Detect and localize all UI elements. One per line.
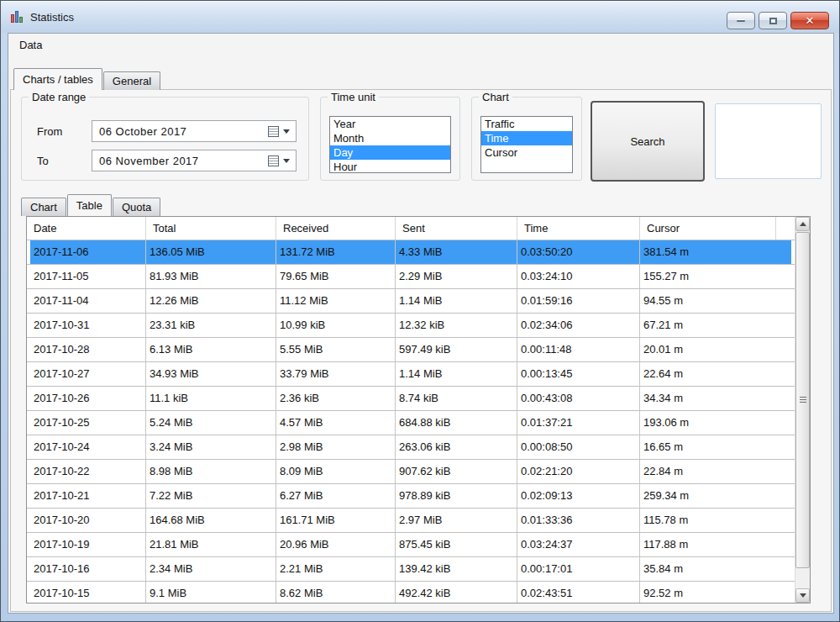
gripper-icon <box>800 397 806 403</box>
cell-time: 0.00:13:45 <box>517 362 640 386</box>
table-row[interactable]: 2017-10-255.24 MiB4.57 MiB684.88 kiB0.01… <box>27 411 795 435</box>
cell-received: 5.55 MiB <box>276 338 396 361</box>
table-row[interactable]: 2017-11-06136.05 MiB131.72 MiB4.33 MiB0.… <box>27 240 795 265</box>
cell-cursor: 381.54 m <box>640 240 791 264</box>
chevron-down-icon[interactable] <box>283 159 290 163</box>
cell-time: 0.02:09:13 <box>517 484 640 508</box>
table-row[interactable]: 2017-10-1921.81 MiB20.96 MiB875.45 kiB0.… <box>27 533 795 557</box>
table-row[interactable]: 2017-11-0412.26 MiB11.12 MiB1.14 MiB0.01… <box>27 289 795 314</box>
table-row[interactable]: 2017-10-20164.68 MiB161.71 MiB2.97 MiB0.… <box>27 509 795 533</box>
cell-time: 0.03:24:10 <box>517 265 640 288</box>
cell-time: 0.00:17:01 <box>517 557 640 581</box>
cell-sent: 978.89 kiB <box>396 484 517 508</box>
cell-total: 9.1 MiB <box>146 582 276 603</box>
tab-table[interactable]: Table <box>67 194 112 216</box>
chart-option-time[interactable]: Time <box>481 131 572 145</box>
cell-time: 0.01:37:21 <box>517 411 640 435</box>
column-header-received[interactable]: Received <box>276 217 396 240</box>
table-row[interactable]: 2017-10-162.34 MiB2.21 MiB139.42 kiB0.00… <box>27 557 795 582</box>
cell-received: 2.21 MiB <box>276 557 396 581</box>
tab-quota[interactable]: Quota <box>113 198 160 216</box>
time-unit-option-month[interactable]: Month <box>330 131 450 145</box>
cell-date: 2017-10-21 <box>30 484 146 508</box>
cell-date: 2017-11-06 <box>30 240 146 264</box>
cell-cursor: 16.65 m <box>640 435 791 459</box>
table-row[interactable]: 2017-10-159.1 MiB8.62 MiB492.42 kiB0.02:… <box>27 582 795 603</box>
cell-cursor: 115.78 m <box>640 509 791 532</box>
to-label: To <box>37 155 49 167</box>
cell-date: 2017-10-26 <box>30 387 146 410</box>
chart-option-cursor[interactable]: Cursor <box>481 145 572 160</box>
time-unit-legend: Time unit <box>328 91 379 103</box>
cell-sent: 2.97 MiB <box>396 509 517 532</box>
vertical-scrollbar[interactable] <box>795 217 810 603</box>
time-unit-group: Time unit YearMonthDayHour <box>320 97 460 181</box>
menu-item-data[interactable]: Data <box>13 39 48 51</box>
table-row[interactable]: 2017-10-217.22 MiB6.27 MiB978.89 kiB0.02… <box>27 484 795 509</box>
cell-date: 2017-10-16 <box>30 557 146 581</box>
minimize-button[interactable] <box>727 12 755 29</box>
cell-received: 4.57 MiB <box>276 411 396 435</box>
statistics-window: Statistics ✕ Data Charts / tables Genera… <box>0 0 840 622</box>
cell-date: 2017-10-28 <box>30 338 146 361</box>
cell-total: 81.93 MiB <box>146 265 276 288</box>
time-unit-option-day[interactable]: Day <box>330 145 450 160</box>
table-row[interactable]: 2017-10-3123.31 kiB10.99 kiB12.32 kiB0.0… <box>27 314 795 338</box>
maximize-icon <box>769 18 777 24</box>
column-header-sent[interactable]: Sent <box>396 217 517 240</box>
close-button[interactable]: ✕ <box>790 12 829 29</box>
cell-received: 79.65 MiB <box>276 265 396 288</box>
time-unit-listbox: YearMonthDayHour <box>329 116 451 173</box>
arrow-down-icon <box>800 593 806 598</box>
time-unit-option-year[interactable]: Year <box>330 117 450 131</box>
title-bar[interactable]: Statistics ✕ <box>1 1 839 33</box>
table-row[interactable]: 2017-10-2611.1 kiB2.36 kiB8.74 kiB0.00:4… <box>27 387 795 411</box>
calendar-icon <box>268 156 279 166</box>
time-unit-option-hour[interactable]: Hour <box>330 160 450 173</box>
cell-date: 2017-10-19 <box>30 533 146 556</box>
table-row[interactable]: 2017-10-228.98 MiB8.09 MiB907.62 kiB0.02… <box>27 460 795 484</box>
cell-cursor: 155.27 m <box>640 265 791 288</box>
cell-time: 0.01:59:16 <box>517 289 640 313</box>
column-header-date[interactable]: Date <box>27 217 146 240</box>
cell-cursor: 22.64 m <box>640 362 791 386</box>
cell-cursor: 34.34 m <box>640 387 791 410</box>
cell-time: 0.00:08:50 <box>517 435 640 459</box>
data-table: DateTotalReceivedSentTimeCursor 2017-11-… <box>26 216 811 604</box>
cell-date: 2017-10-27 <box>30 362 146 386</box>
table-row[interactable]: 2017-11-0581.93 MiB79.65 MiB2.29 MiB0.03… <box>27 265 795 289</box>
scroll-down-button[interactable] <box>795 588 810 603</box>
cell-received: 8.09 MiB <box>276 460 396 483</box>
cell-sent: 2.29 MiB <box>396 265 517 288</box>
cell-date: 2017-11-05 <box>30 265 146 288</box>
cell-received: 131.72 MiB <box>276 240 396 264</box>
to-date-picker[interactable]: 06 November 2017 <box>92 150 297 171</box>
tab-chart[interactable]: Chart <box>21 198 66 216</box>
tab-general[interactable]: General <box>103 71 160 90</box>
maximize-button[interactable] <box>759 12 787 29</box>
cell-received: 8.62 MiB <box>276 582 396 603</box>
table-row[interactable]: 2017-10-243.24 MiB2.98 MiB263.06 kiB0.00… <box>27 435 795 460</box>
scroll-up-button[interactable] <box>795 217 810 231</box>
cell-cursor: 94.55 m <box>640 289 791 313</box>
chart-group: Chart TrafficTimeCursor <box>471 97 582 181</box>
cell-total: 11.1 kiB <box>146 387 276 410</box>
from-date-picker[interactable]: 06 October 2017 <box>92 120 297 142</box>
client-area: Data Charts / tables General Date range … <box>8 33 834 614</box>
from-date-value: 06 October 2017 <box>92 125 268 138</box>
main-tab-strip: Charts / tables General <box>13 68 161 90</box>
column-header-total[interactable]: Total <box>146 217 276 240</box>
cell-cursor: 259.34 m <box>640 484 791 508</box>
scrollbar-thumb[interactable] <box>795 232 810 568</box>
table-row[interactable]: 2017-10-2734.93 MiB33.79 MiB1.14 MiB0.00… <box>27 362 795 387</box>
arrow-up-icon <box>800 222 806 226</box>
chart-option-traffic[interactable]: Traffic <box>481 117 572 131</box>
chevron-down-icon[interactable] <box>283 129 290 134</box>
column-header-cursor[interactable]: Cursor <box>640 217 776 240</box>
cell-received: 161.71 MiB <box>276 509 396 532</box>
search-button[interactable]: Search <box>591 101 705 182</box>
column-header-time[interactable]: Time <box>517 217 640 240</box>
tab-charts-tables[interactable]: Charts / tables <box>13 68 102 90</box>
table-row[interactable]: 2017-10-286.13 MiB5.55 MiB597.49 kiB0.00… <box>27 338 795 362</box>
cell-time: 0.02:21:20 <box>517 460 640 483</box>
